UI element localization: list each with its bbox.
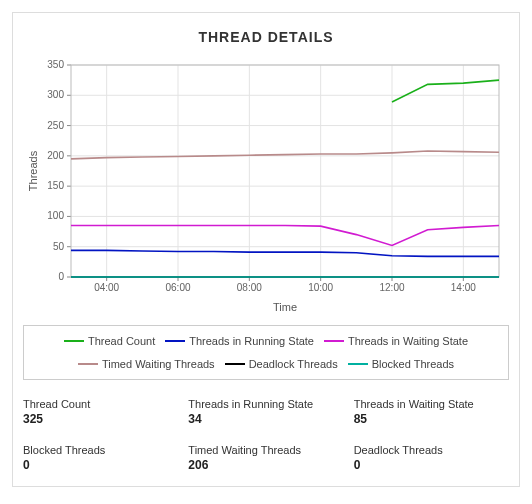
stat-cell: Threads in Running State34 [188,398,343,426]
stat-cell: Deadlock Threads0 [354,444,509,472]
svg-text:10:00: 10:00 [308,282,333,293]
stats-grid: Thread Count325Threads in Running State3… [23,398,509,472]
stat-cell: Threads in Waiting State85 [354,398,509,426]
legend-label: Blocked Threads [372,355,454,374]
svg-text:100: 100 [47,210,64,221]
legend-item: Threads in Waiting State [324,332,468,351]
legend-swatch [78,363,98,365]
stat-label: Blocked Threads [23,444,178,456]
svg-text:150: 150 [47,180,64,191]
stat-value: 206 [188,458,343,472]
svg-text:04:00: 04:00 [94,282,119,293]
thread-details-panel: THREAD DETAILS 05010015020025030035004:0… [12,12,520,487]
legend-swatch [165,340,185,342]
stat-label: Threads in Waiting State [354,398,509,410]
legend-label: Threads in Waiting State [348,332,468,351]
page-title: THREAD DETAILS [23,29,509,45]
legend-item: Thread Count [64,332,155,351]
legend-swatch [225,363,245,365]
legend-item: Blocked Threads [348,355,454,374]
svg-text:250: 250 [47,120,64,131]
stat-value: 0 [23,458,178,472]
svg-rect-0 [71,65,499,277]
chart-legend: Thread CountThreads in Running StateThre… [23,325,509,380]
svg-text:08:00: 08:00 [237,282,262,293]
svg-text:300: 300 [47,89,64,100]
svg-text:14:00: 14:00 [451,282,476,293]
legend-label: Timed Waiting Threads [102,355,215,374]
svg-text:0: 0 [58,271,64,282]
legend-swatch [324,340,344,342]
stat-value: 34 [188,412,343,426]
svg-text:50: 50 [53,241,65,252]
stat-value: 0 [354,458,509,472]
legend-item: Deadlock Threads [225,355,338,374]
svg-text:350: 350 [47,59,64,70]
stat-label: Threads in Running State [188,398,343,410]
svg-text:Time: Time [273,301,297,313]
stat-cell: Blocked Threads0 [23,444,178,472]
legend-label: Deadlock Threads [249,355,338,374]
stat-label: Deadlock Threads [354,444,509,456]
stat-cell: Timed Waiting Threads206 [188,444,343,472]
legend-item: Timed Waiting Threads [78,355,215,374]
thread-chart: 05010015020025030035004:0006:0008:0010:0… [23,57,509,317]
legend-item: Threads in Running State [165,332,314,351]
chart-svg: 05010015020025030035004:0006:0008:0010:0… [23,57,509,317]
stat-value: 85 [354,412,509,426]
stat-value: 325 [23,412,178,426]
stat-label: Thread Count [23,398,178,410]
stat-label: Timed Waiting Threads [188,444,343,456]
svg-text:200: 200 [47,150,64,161]
legend-label: Thread Count [88,332,155,351]
svg-text:06:00: 06:00 [165,282,190,293]
legend-swatch [348,363,368,365]
legend-swatch [64,340,84,342]
stat-cell: Thread Count325 [23,398,178,426]
svg-text:Threads: Threads [27,150,39,191]
legend-label: Threads in Running State [189,332,314,351]
svg-text:12:00: 12:00 [379,282,404,293]
